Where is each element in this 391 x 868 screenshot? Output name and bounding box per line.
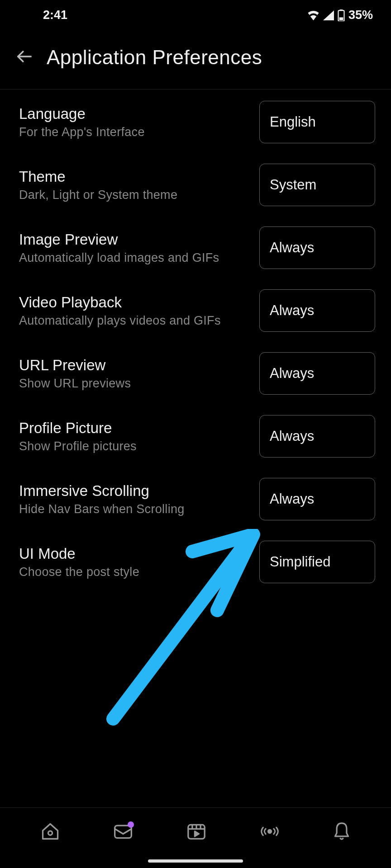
header: Application Preferences [0,30,391,90]
setting-value-ui-mode[interactable]: Simplified [259,541,375,583]
setting-row-immersive-scrolling: Immersive Scrolling Hide Nav Bars when S… [19,478,375,520]
setting-subtitle: Dark, Light or System theme [19,188,259,202]
setting-title: Theme [19,168,259,185]
setting-value-language[interactable]: English [259,101,375,143]
setting-title: Language [19,105,259,123]
setting-value-image-preview[interactable]: Always [259,226,375,269]
home-indicator [148,859,243,863]
setting-title: Profile Picture [19,420,259,437]
battery-percent: 35% [348,8,373,22]
setting-row-ui-mode: UI Mode Choose the post style Simplified [19,541,375,583]
settings-list: Language For the App's Interface English… [0,90,391,583]
setting-subtitle: For the App's Interface [19,125,259,139]
setting-text: Immersive Scrolling Hide Nav Bars when S… [19,482,259,516]
nav-media-icon[interactable] [186,822,206,842]
setting-text: Video Playback Automatically plays video… [19,294,259,328]
setting-title: URL Preview [19,357,259,374]
back-arrow-icon[interactable] [16,48,33,67]
wifi-icon [307,10,319,20]
setting-text: UI Mode Choose the post style [19,545,259,579]
battery-icon [338,9,345,21]
setting-value-profile-picture[interactable]: Always [259,415,375,458]
nav-home-icon[interactable] [40,821,60,843]
setting-text: Language For the App's Interface [19,105,259,139]
setting-title: Video Playback [19,294,259,311]
setting-subtitle: Automatically load images and GIFs [19,251,259,265]
setting-title: Image Preview [19,231,259,248]
setting-row-theme: Theme Dark, Light or System theme System [19,164,375,206]
setting-row-image-preview: Image Preview Automatically load images … [19,226,375,269]
setting-text: Theme Dark, Light or System theme [19,168,259,202]
status-bar: 2:41 35% [0,0,391,30]
setting-value-url-preview[interactable]: Always [259,352,375,395]
setting-subtitle: Automatically plays videos and GIFs [19,314,259,328]
setting-subtitle: Show Profile pictures [19,439,259,453]
svg-point-12 [268,830,271,833]
setting-text: Profile Picture Show Profile pictures [19,420,259,453]
setting-text: Image Preview Automatically load images … [19,231,259,265]
setting-value-immersive-scrolling[interactable]: Always [259,478,375,520]
setting-subtitle: Choose the post style [19,565,259,579]
setting-text: URL Preview Show URL previews [19,357,259,391]
setting-row-video-playback: Video Playback Automatically plays video… [19,289,375,332]
setting-value-theme[interactable]: System [259,164,375,206]
setting-title: UI Mode [19,545,259,562]
status-time: 2:41 [43,8,67,22]
page-title: Application Preferences [47,46,262,69]
nav-inbox-icon[interactable] [113,822,133,842]
setting-title: Immersive Scrolling [19,482,259,500]
svg-rect-2 [339,17,343,20]
setting-row-language: Language For the App's Interface English [19,101,375,143]
nav-bell-icon[interactable] [333,821,351,843]
setting-value-video-playback[interactable]: Always [259,289,375,332]
svg-point-5 [48,831,52,835]
setting-subtitle: Hide Nav Bars when Scrolling [19,502,259,516]
setting-row-profile-picture: Profile Picture Show Profile pictures Al… [19,415,375,458]
nav-discover-icon[interactable] [260,825,280,840]
status-right: 35% [307,8,373,22]
signal-icon [323,10,334,20]
setting-row-url-preview: URL Preview Show URL previews Always [19,352,375,395]
bottom-nav [0,807,391,868]
setting-subtitle: Show URL previews [19,377,259,391]
